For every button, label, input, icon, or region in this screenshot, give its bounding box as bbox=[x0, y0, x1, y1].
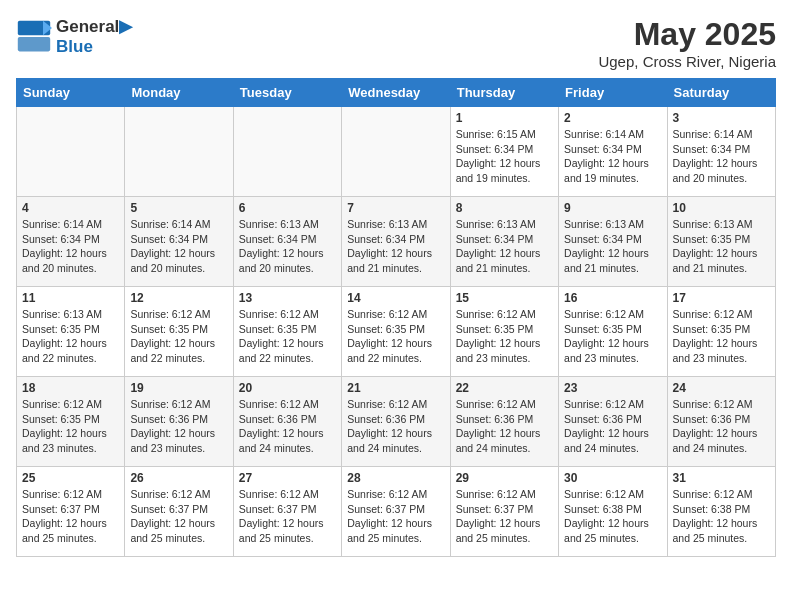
calendar-cell: 13Sunrise: 6:12 AM Sunset: 6:35 PM Dayli… bbox=[233, 287, 341, 377]
day-info: Sunrise: 6:12 AM Sunset: 6:35 PM Dayligh… bbox=[564, 307, 661, 366]
day-number: 8 bbox=[456, 201, 553, 215]
day-info: Sunrise: 6:12 AM Sunset: 6:36 PM Dayligh… bbox=[130, 397, 227, 456]
calendar-cell: 12Sunrise: 6:12 AM Sunset: 6:35 PM Dayli… bbox=[125, 287, 233, 377]
day-header-wednesday: Wednesday bbox=[342, 79, 450, 107]
day-info: Sunrise: 6:14 AM Sunset: 6:34 PM Dayligh… bbox=[130, 217, 227, 276]
title-area: May 2025 Ugep, Cross River, Nigeria bbox=[598, 16, 776, 70]
day-number: 6 bbox=[239, 201, 336, 215]
day-info: Sunrise: 6:13 AM Sunset: 6:34 PM Dayligh… bbox=[456, 217, 553, 276]
svg-rect-1 bbox=[18, 37, 50, 51]
day-number: 17 bbox=[673, 291, 770, 305]
day-number: 16 bbox=[564, 291, 661, 305]
day-info: Sunrise: 6:14 AM Sunset: 6:34 PM Dayligh… bbox=[22, 217, 119, 276]
day-info: Sunrise: 6:12 AM Sunset: 6:37 PM Dayligh… bbox=[239, 487, 336, 546]
day-info: Sunrise: 6:12 AM Sunset: 6:35 PM Dayligh… bbox=[130, 307, 227, 366]
calendar-cell: 16Sunrise: 6:12 AM Sunset: 6:35 PM Dayli… bbox=[559, 287, 667, 377]
day-number: 31 bbox=[673, 471, 770, 485]
calendar-week-1: 1Sunrise: 6:15 AM Sunset: 6:34 PM Daylig… bbox=[17, 107, 776, 197]
day-info: Sunrise: 6:12 AM Sunset: 6:35 PM Dayligh… bbox=[239, 307, 336, 366]
calendar-cell: 29Sunrise: 6:12 AM Sunset: 6:37 PM Dayli… bbox=[450, 467, 558, 557]
calendar-cell: 17Sunrise: 6:12 AM Sunset: 6:35 PM Dayli… bbox=[667, 287, 775, 377]
calendar-cell: 22Sunrise: 6:12 AM Sunset: 6:36 PM Dayli… bbox=[450, 377, 558, 467]
calendar-cell: 11Sunrise: 6:13 AM Sunset: 6:35 PM Dayli… bbox=[17, 287, 125, 377]
calendar-cell: 4Sunrise: 6:14 AM Sunset: 6:34 PM Daylig… bbox=[17, 197, 125, 287]
day-info: Sunrise: 6:12 AM Sunset: 6:37 PM Dayligh… bbox=[456, 487, 553, 546]
day-header-friday: Friday bbox=[559, 79, 667, 107]
day-info: Sunrise: 6:12 AM Sunset: 6:36 PM Dayligh… bbox=[673, 397, 770, 456]
calendar-week-5: 25Sunrise: 6:12 AM Sunset: 6:37 PM Dayli… bbox=[17, 467, 776, 557]
day-info: Sunrise: 6:12 AM Sunset: 6:37 PM Dayligh… bbox=[130, 487, 227, 546]
calendar-cell bbox=[342, 107, 450, 197]
calendar-cell: 7Sunrise: 6:13 AM Sunset: 6:34 PM Daylig… bbox=[342, 197, 450, 287]
day-number: 13 bbox=[239, 291, 336, 305]
day-header-monday: Monday bbox=[125, 79, 233, 107]
day-number: 28 bbox=[347, 471, 444, 485]
day-info: Sunrise: 6:14 AM Sunset: 6:34 PM Dayligh… bbox=[673, 127, 770, 186]
day-number: 26 bbox=[130, 471, 227, 485]
day-info: Sunrise: 6:14 AM Sunset: 6:34 PM Dayligh… bbox=[564, 127, 661, 186]
day-header-tuesday: Tuesday bbox=[233, 79, 341, 107]
calendar-cell: 24Sunrise: 6:12 AM Sunset: 6:36 PM Dayli… bbox=[667, 377, 775, 467]
calendar-cell: 23Sunrise: 6:12 AM Sunset: 6:36 PM Dayli… bbox=[559, 377, 667, 467]
calendar-cell: 21Sunrise: 6:12 AM Sunset: 6:36 PM Dayli… bbox=[342, 377, 450, 467]
day-number: 23 bbox=[564, 381, 661, 395]
calendar-cell bbox=[17, 107, 125, 197]
day-info: Sunrise: 6:12 AM Sunset: 6:36 PM Dayligh… bbox=[564, 397, 661, 456]
calendar-cell: 2Sunrise: 6:14 AM Sunset: 6:34 PM Daylig… bbox=[559, 107, 667, 197]
calendar-cell: 20Sunrise: 6:12 AM Sunset: 6:36 PM Dayli… bbox=[233, 377, 341, 467]
day-info: Sunrise: 6:12 AM Sunset: 6:38 PM Dayligh… bbox=[673, 487, 770, 546]
day-number: 4 bbox=[22, 201, 119, 215]
day-info: Sunrise: 6:12 AM Sunset: 6:35 PM Dayligh… bbox=[673, 307, 770, 366]
calendar-cell: 18Sunrise: 6:12 AM Sunset: 6:35 PM Dayli… bbox=[17, 377, 125, 467]
day-info: Sunrise: 6:12 AM Sunset: 6:38 PM Dayligh… bbox=[564, 487, 661, 546]
day-number: 5 bbox=[130, 201, 227, 215]
day-info: Sunrise: 6:12 AM Sunset: 6:36 PM Dayligh… bbox=[239, 397, 336, 456]
day-number: 11 bbox=[22, 291, 119, 305]
location-title: Ugep, Cross River, Nigeria bbox=[598, 53, 776, 70]
day-number: 15 bbox=[456, 291, 553, 305]
day-number: 10 bbox=[673, 201, 770, 215]
day-header-thursday: Thursday bbox=[450, 79, 558, 107]
logo-text: General▶ Blue bbox=[56, 16, 132, 57]
calendar-week-3: 11Sunrise: 6:13 AM Sunset: 6:35 PM Dayli… bbox=[17, 287, 776, 377]
calendar-cell: 26Sunrise: 6:12 AM Sunset: 6:37 PM Dayli… bbox=[125, 467, 233, 557]
calendar-cell: 9Sunrise: 6:13 AM Sunset: 6:34 PM Daylig… bbox=[559, 197, 667, 287]
calendar-cell: 31Sunrise: 6:12 AM Sunset: 6:38 PM Dayli… bbox=[667, 467, 775, 557]
day-number: 27 bbox=[239, 471, 336, 485]
logo: General▶ Blue bbox=[16, 16, 132, 57]
day-number: 20 bbox=[239, 381, 336, 395]
day-header-sunday: Sunday bbox=[17, 79, 125, 107]
day-info: Sunrise: 6:12 AM Sunset: 6:36 PM Dayligh… bbox=[347, 397, 444, 456]
calendar-cell: 15Sunrise: 6:12 AM Sunset: 6:35 PM Dayli… bbox=[450, 287, 558, 377]
calendar-cell: 6Sunrise: 6:13 AM Sunset: 6:34 PM Daylig… bbox=[233, 197, 341, 287]
calendar-cell: 19Sunrise: 6:12 AM Sunset: 6:36 PM Dayli… bbox=[125, 377, 233, 467]
day-info: Sunrise: 6:13 AM Sunset: 6:34 PM Dayligh… bbox=[564, 217, 661, 276]
days-header-row: SundayMondayTuesdayWednesdayThursdayFrid… bbox=[17, 79, 776, 107]
calendar-cell: 25Sunrise: 6:12 AM Sunset: 6:37 PM Dayli… bbox=[17, 467, 125, 557]
calendar-cell bbox=[125, 107, 233, 197]
calendar-table: SundayMondayTuesdayWednesdayThursdayFrid… bbox=[16, 78, 776, 557]
header: General▶ Blue May 2025 Ugep, Cross River… bbox=[16, 16, 776, 70]
day-info: Sunrise: 6:13 AM Sunset: 6:34 PM Dayligh… bbox=[347, 217, 444, 276]
calendar-cell: 3Sunrise: 6:14 AM Sunset: 6:34 PM Daylig… bbox=[667, 107, 775, 197]
calendar-cell bbox=[233, 107, 341, 197]
day-header-saturday: Saturday bbox=[667, 79, 775, 107]
day-number: 14 bbox=[347, 291, 444, 305]
day-info: Sunrise: 6:12 AM Sunset: 6:37 PM Dayligh… bbox=[22, 487, 119, 546]
day-number: 22 bbox=[456, 381, 553, 395]
calendar-cell: 27Sunrise: 6:12 AM Sunset: 6:37 PM Dayli… bbox=[233, 467, 341, 557]
day-number: 30 bbox=[564, 471, 661, 485]
day-number: 2 bbox=[564, 111, 661, 125]
day-number: 29 bbox=[456, 471, 553, 485]
day-info: Sunrise: 6:12 AM Sunset: 6:35 PM Dayligh… bbox=[22, 397, 119, 456]
day-info: Sunrise: 6:13 AM Sunset: 6:35 PM Dayligh… bbox=[673, 217, 770, 276]
day-info: Sunrise: 6:15 AM Sunset: 6:34 PM Dayligh… bbox=[456, 127, 553, 186]
day-number: 18 bbox=[22, 381, 119, 395]
calendar-week-4: 18Sunrise: 6:12 AM Sunset: 6:35 PM Dayli… bbox=[17, 377, 776, 467]
day-number: 25 bbox=[22, 471, 119, 485]
calendar-cell: 28Sunrise: 6:12 AM Sunset: 6:37 PM Dayli… bbox=[342, 467, 450, 557]
day-number: 21 bbox=[347, 381, 444, 395]
day-info: Sunrise: 6:13 AM Sunset: 6:34 PM Dayligh… bbox=[239, 217, 336, 276]
logo-icon bbox=[16, 19, 52, 55]
day-info: Sunrise: 6:12 AM Sunset: 6:36 PM Dayligh… bbox=[456, 397, 553, 456]
